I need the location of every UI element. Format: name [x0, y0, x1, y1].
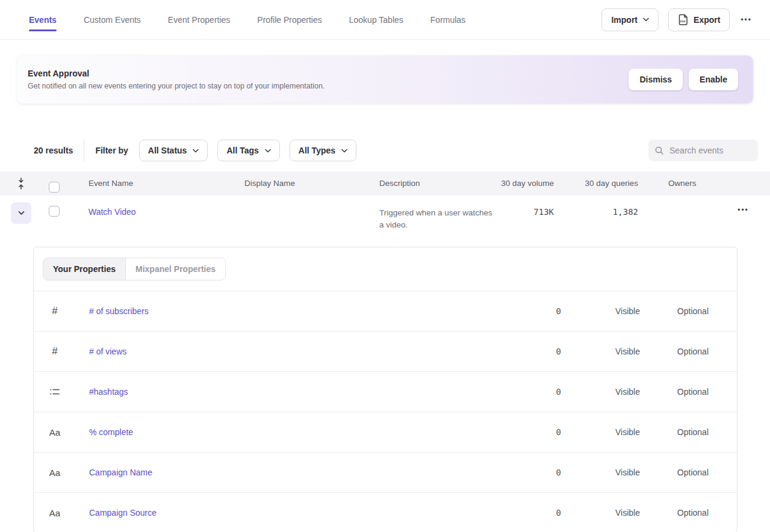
property-name-link[interactable]: % complete — [89, 427, 133, 437]
text-type-icon: Aa — [34, 468, 76, 478]
property-row: # # of subscribers 0 Visible Optional — [34, 291, 737, 331]
top-nav: Events Custom Events Event Properties Pr… — [0, 0, 770, 40]
more-options-icon[interactable]: ••• — [739, 13, 753, 26]
event-description: Triggered when a user watches a video. — [379, 208, 492, 229]
collapse-row-button[interactable] — [11, 202, 31, 224]
search-input[interactable] — [669, 146, 748, 155]
export-button[interactable]: csv Export — [668, 8, 730, 31]
property-requirement: Optional — [640, 347, 709, 356]
property-requirement: Optional — [640, 468, 709, 477]
event-name-link[interactable]: Watch Video — [88, 207, 136, 217]
property-row: Aa Campaign Source 0 Visible Optional — [34, 492, 737, 532]
property-name-link[interactable]: Campaign Source — [89, 508, 157, 518]
enable-button[interactable]: Enable — [689, 69, 738, 90]
tab-lookup-tables[interactable]: Lookup Tables — [349, 0, 403, 39]
volume-value: 713K — [497, 196, 554, 217]
property-name-link[interactable]: # of views — [89, 347, 126, 356]
property-row: #hashtags 0 Visible Optional — [34, 371, 737, 412]
tab-your-properties[interactable]: Your Properties — [43, 258, 126, 280]
divider — [84, 140, 84, 161]
number-type-icon: # — [34, 345, 76, 357]
table-row: Watch Video Triggered when a user watche… — [0, 196, 770, 241]
banner-description: Get notified on all new events entering … — [28, 82, 324, 90]
tab-formulas[interactable]: Formulas — [430, 0, 465, 39]
property-queries-value: 0 — [511, 387, 561, 397]
export-button-label: Export — [694, 15, 720, 25]
status-filter-dropdown[interactable]: All Status — [139, 140, 208, 161]
text-type-icon: Aa — [34, 508, 76, 518]
status-filter-label: All Status — [148, 146, 187, 155]
list-type-icon — [34, 387, 76, 397]
column-header-description: Description — [379, 172, 497, 196]
search-icon — [654, 146, 664, 155]
property-visibility: Visible — [561, 427, 640, 437]
svg-text:csv: csv — [680, 19, 686, 23]
nav-tabs: Events Custom Events Event Properties Pr… — [0, 0, 465, 39]
table-header: Event Name Display Name Description 30 d… — [0, 172, 770, 196]
tab-events[interactable]: Events — [29, 0, 57, 39]
import-button-label: Import — [611, 15, 638, 25]
filter-bar: 20 results Filter by All Status All Tags… — [0, 140, 770, 161]
chevron-down-icon — [643, 17, 649, 22]
column-header-event-name: Event Name — [88, 172, 244, 196]
property-queries-value: 0 — [511, 468, 561, 477]
banner-text: Event Approval Get notified on all new e… — [17, 69, 324, 90]
banner-actions: Dismiss Enable — [629, 69, 753, 90]
property-row: # # of views 0 Visible Optional — [34, 331, 737, 371]
number-type-icon: # — [34, 305, 76, 317]
types-filter-label: All Types — [299, 146, 335, 155]
column-header-display-name: Display Name — [244, 172, 379, 196]
search-events-box — [648, 140, 758, 161]
property-visibility: Visible — [561, 468, 640, 477]
properties-segmented-control: Your Properties Mixpanel Properties — [43, 258, 226, 280]
tab-mixpanel-properties[interactable]: Mixpanel Properties — [126, 258, 225, 280]
properties-panel: Your Properties Mixpanel Properties # # … — [33, 247, 737, 532]
property-queries-value: 0 — [511, 306, 561, 316]
column-header-owners: Owners — [638, 172, 716, 196]
property-queries-value: 0 — [511, 427, 561, 437]
select-all-checkbox[interactable] — [49, 182, 60, 193]
tags-filter-label: All Tags — [226, 146, 258, 155]
types-filter-dropdown[interactable]: All Types — [290, 140, 356, 161]
queries-value: 1,382 — [554, 196, 638, 217]
property-visibility: Visible — [561, 387, 640, 397]
text-type-icon: Aa — [34, 427, 76, 438]
tab-event-properties[interactable]: Event Properties — [168, 0, 231, 39]
results-count: 20 results — [34, 146, 73, 155]
row-checkbox[interactable] — [49, 206, 60, 217]
row-more-options-icon[interactable]: ••• — [736, 203, 750, 217]
chevron-down-icon — [265, 149, 271, 153]
tab-profile-properties[interactable]: Profile Properties — [257, 0, 321, 39]
property-visibility: Visible — [561, 508, 640, 518]
property-row: Aa Campaign Name 0 Visible Optional — [34, 452, 737, 492]
property-visibility: Visible — [561, 306, 640, 316]
property-name-link[interactable]: #hashtags — [89, 387, 128, 397]
property-requirement: Optional — [640, 387, 709, 397]
property-queries-value: 0 — [511, 508, 561, 518]
nav-actions: Import csv Export ••• — [601, 8, 770, 31]
column-header-volume: 30 day volume — [497, 172, 554, 196]
property-requirement: Optional — [640, 306, 709, 316]
chevron-down-icon — [193, 149, 199, 153]
properties-tab-bar: Your Properties Mixpanel Properties — [34, 247, 737, 291]
property-row: Aa % complete 0 Visible Optional — [34, 412, 737, 452]
property-requirement: Optional — [640, 508, 709, 518]
filter-by-label: Filter by — [95, 146, 128, 155]
event-approval-banner: Event Approval Get notified on all new e… — [17, 55, 753, 104]
csv-file-icon: csv — [678, 14, 688, 25]
chevron-down-icon — [341, 149, 347, 153]
banner-title: Event Approval — [28, 69, 324, 78]
tags-filter-dropdown[interactable]: All Tags — [217, 140, 279, 161]
chevron-down-icon — [18, 211, 25, 215]
collapse-all-icon[interactable] — [0, 177, 42, 190]
dismiss-button[interactable]: Dismiss — [629, 69, 683, 90]
property-name-link[interactable]: # of subscribers — [89, 306, 149, 316]
tab-custom-events[interactable]: Custom Events — [84, 0, 141, 39]
import-button[interactable]: Import — [601, 8, 659, 31]
column-header-queries: 30 day queries — [554, 172, 638, 196]
property-queries-value: 0 — [511, 347, 561, 356]
property-visibility: Visible — [561, 347, 640, 356]
property-requirement: Optional — [640, 427, 709, 437]
property-name-link[interactable]: Campaign Name — [89, 468, 152, 477]
